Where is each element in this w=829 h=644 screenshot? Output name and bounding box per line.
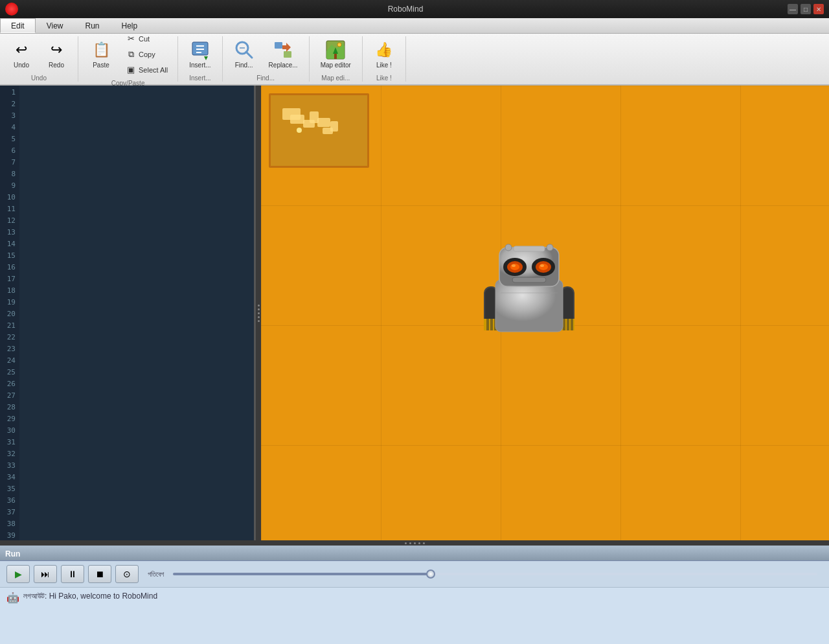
run-panel: Run ▶ ⏭ ⏸ ⏹ ⊙ গতিবেগ 🤖 লগআউট: Hi Pako, w… xyxy=(0,546,829,644)
svg-point-22 xyxy=(297,128,302,133)
toolbar-group-find: Find... Replace... Find... xyxy=(223,36,310,82)
code-textarea[interactable] xyxy=(19,86,254,540)
replace-button[interactable]: Replace... xyxy=(263,36,304,72)
insert-label: Insert... xyxy=(189,62,210,69)
svg-point-49 xyxy=(547,244,553,251)
svg-rect-13 xyxy=(334,54,337,59)
svg-point-45 xyxy=(540,264,544,267)
console-area: 🤖 লগআউট: Hi Pako, welcome to RoboMind xyxy=(0,588,829,644)
cut-copy-select-group: ✂ Cut ⧉ Copy ▣ Select All xyxy=(121,32,172,77)
svg-rect-29 xyxy=(490,319,493,330)
find-button[interactable]: Find... xyxy=(228,36,260,72)
svg-rect-34 xyxy=(571,319,573,330)
find-label: Find... xyxy=(235,62,253,69)
redo-button[interactable]: ↪ Redo xyxy=(40,36,73,72)
code-editor[interactable]: 12345 678910 1112131415 1617181920 21222… xyxy=(0,86,256,540)
run-title: Run xyxy=(5,549,20,558)
replace-icon xyxy=(273,40,293,60)
insert-icon xyxy=(190,40,210,60)
app-logo xyxy=(5,3,18,16)
cut-icon: ✂ xyxy=(126,34,136,44)
paste-button[interactable]: 📋 Paste xyxy=(84,36,119,72)
window-controls: — □ ✕ xyxy=(788,4,824,14)
undo-button[interactable]: ↩ Undo xyxy=(5,36,38,72)
toolbar-group-mapeditor: Map editor Map edi... xyxy=(310,36,363,82)
cut-label: Cut xyxy=(139,35,150,43)
insert-button[interactable]: Insert... xyxy=(183,36,216,72)
menu-view[interactable]: View xyxy=(36,18,74,33)
toolbar-group-undo: ↩ Undo ↪ Redo Undo xyxy=(0,36,78,82)
close-button[interactable]: ✕ xyxy=(813,4,824,14)
like-group-label: Like ! xyxy=(376,75,392,82)
svg-point-43 xyxy=(539,264,548,270)
play-button[interactable]: ▶ xyxy=(6,565,30,583)
svg-point-44 xyxy=(512,264,516,267)
like-button[interactable]: 👍 Like ! xyxy=(368,36,400,72)
svg-rect-21 xyxy=(330,121,338,132)
mapeditor-label: Map editor xyxy=(321,62,351,69)
selectall-button[interactable]: ▣ Select All xyxy=(121,63,172,77)
maximize-button[interactable]: □ xyxy=(801,4,811,14)
like-label: Like ! xyxy=(376,62,392,69)
stop-button[interactable]: ⏹ xyxy=(88,565,111,583)
undo-icon: ↩ xyxy=(11,40,32,60)
replace-label: Replace... xyxy=(269,62,298,69)
undo-group-label: Undo xyxy=(31,75,47,82)
svg-line-6 xyxy=(246,52,252,58)
vertical-splitter[interactable] xyxy=(256,86,261,540)
speed-slider[interactable] xyxy=(173,573,817,575)
main-area: 12345 678910 1112131415 1617181920 21222… xyxy=(0,86,829,540)
line-numbers: 12345 678910 1112131415 1617181920 21222… xyxy=(0,86,19,540)
find-group-label: Find... xyxy=(256,75,275,82)
app-title: RoboMind xyxy=(23,5,788,14)
svg-point-42 xyxy=(510,264,519,270)
svg-rect-32 xyxy=(563,319,565,330)
insert-group-label: Insert... xyxy=(189,75,210,82)
selectall-icon: ▣ xyxy=(126,65,136,75)
minimize-button[interactable]: — xyxy=(788,4,798,14)
run-header: Run xyxy=(0,547,829,561)
mapeditor-icon xyxy=(325,40,346,60)
speed-label: গতিবেগ xyxy=(148,570,164,579)
minimap-content xyxy=(271,95,367,166)
titlebar: RoboMind — □ ✕ xyxy=(0,0,829,18)
mapeditor-group-label: Map edi... xyxy=(321,75,350,82)
svg-rect-16 xyxy=(290,115,304,124)
copy-icon: ⧉ xyxy=(126,49,136,60)
svg-rect-28 xyxy=(486,319,489,330)
svg-rect-46 xyxy=(512,277,546,282)
paste-label: Paste xyxy=(93,62,109,69)
cut-button[interactable]: ✂ Cut xyxy=(121,32,172,46)
svg-point-48 xyxy=(505,244,512,251)
menu-edit[interactable]: Edit xyxy=(0,18,36,33)
find-icon xyxy=(234,40,255,60)
copy-label: Copy xyxy=(139,51,155,58)
console-icon: 🤖 xyxy=(6,592,18,603)
copy-button[interactable]: ⧉ Copy xyxy=(121,47,172,62)
paste-icon: 📋 xyxy=(91,40,111,60)
robot-svg xyxy=(481,235,577,335)
svg-rect-47 xyxy=(514,246,545,251)
canvas-area xyxy=(261,86,829,540)
horizontal-splitter[interactable] xyxy=(0,540,829,546)
speed-thumb[interactable] xyxy=(426,569,435,579)
selectall-label: Select All xyxy=(139,66,168,74)
redo-icon: ↪ xyxy=(46,40,67,60)
toolbar: ↩ Undo ↪ Redo Undo 📋 Paste ✂ Cut ⧉ xyxy=(0,34,829,86)
toolbar-group-copypaste: 📋 Paste ✂ Cut ⧉ Copy ▣ Select All Copy/P… xyxy=(78,36,178,82)
svg-rect-35 xyxy=(495,280,563,332)
step-button[interactable]: ⏭ xyxy=(34,565,57,583)
pause-button[interactable]: ⏸ xyxy=(61,565,84,583)
toolbar-group-like: 👍 Like ! Like ! xyxy=(363,36,406,82)
run-controls: ▶ ⏭ ⏸ ⏹ ⊙ গতিবেগ xyxy=(0,561,829,588)
undo-label: Undo xyxy=(14,62,29,69)
svg-rect-8 xyxy=(275,42,282,49)
console-message: লগআউট: Hi Pako, welcome to RoboMind xyxy=(23,592,157,601)
reset-button[interactable]: ⊙ xyxy=(115,565,139,583)
svg-marker-4 xyxy=(204,56,208,60)
minimap-svg xyxy=(271,95,367,166)
mapeditor-button[interactable]: Map editor xyxy=(315,36,357,72)
svg-rect-19 xyxy=(317,118,330,127)
svg-rect-9 xyxy=(284,51,291,58)
robot xyxy=(481,235,577,335)
